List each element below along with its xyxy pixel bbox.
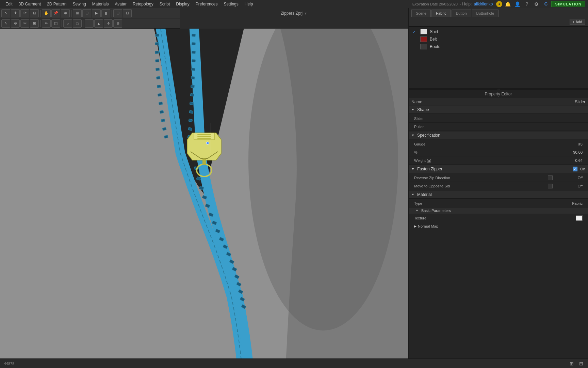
svg-rect-21	[191, 85, 194, 88]
tool-line[interactable]: —	[85, 19, 94, 28]
bell-icon[interactable]: 🔔	[504, 0, 512, 8]
settings-icon[interactable]: ⚙	[532, 0, 540, 8]
tool-simulate[interactable]: ▶	[92, 9, 101, 17]
tool-plus[interactable]: ⊕	[113, 19, 122, 28]
tool-pause[interactable]: ⏸	[101, 9, 110, 17]
tool-display[interactable]: ⊟	[82, 9, 91, 17]
menu-edit[interactable]: Edit	[3, 1, 15, 7]
swatch-shirt	[420, 29, 427, 34]
tool-cut[interactable]: ✂	[20, 19, 29, 28]
coin-icon[interactable]: ●	[496, 1, 502, 7]
tool-grid2[interactable]: ⊟	[123, 9, 132, 17]
section-fasten-label: Fasten Zipper	[417, 167, 442, 171]
section-shape[interactable]: ▼ Shape	[409, 106, 588, 114]
tool-push[interactable]: ⊕	[61, 9, 70, 17]
tool-scale[interactable]: ⊡	[30, 9, 39, 17]
menu-sewing[interactable]: Sewing	[70, 1, 88, 7]
obj-item-shirt[interactable]: ✓ Shirt	[409, 28, 588, 35]
menu-settings[interactable]: Settings	[221, 1, 241, 7]
tool-arrange[interactable]: ⊞	[73, 9, 82, 17]
tool-grab[interactable]: ✋	[42, 9, 51, 17]
menu-3dgarment[interactable]: 3D Garment	[16, 1, 44, 7]
tool-pen[interactable]: ✏	[42, 19, 51, 28]
svg-rect-16	[192, 43, 196, 45]
file-title: Zippers.Zprj ▼	[281, 8, 307, 18]
tool-rotate[interactable]: ⟳	[20, 9, 29, 17]
svg-rect-12	[161, 119, 165, 122]
tool-cross[interactable]: ✛	[104, 19, 113, 28]
section-basic-parameters[interactable]: ▼ Basic Parameters	[409, 208, 588, 214]
menu-2dpattern[interactable]: 2D Pattern	[44, 1, 69, 7]
property-editor-content[interactable]: Name Slider ▼ Shape Slider Puller ▼ Spec…	[409, 98, 588, 368]
texture-swatch[interactable]	[576, 215, 583, 221]
simulation-button[interactable]: SIMULATION	[551, 1, 585, 7]
chevron-down-icon-shape: ▼	[411, 108, 414, 111]
obj-item-belt[interactable]: ✓ Belt	[409, 35, 588, 43]
object-browser-toolbar: + Add	[409, 17, 588, 27]
prop-texture[interactable]: Texture	[409, 214, 588, 222]
prop-gauge[interactable]: Gauge #3	[409, 140, 588, 148]
tab-buttonhole[interactable]: Buttonhole	[472, 10, 499, 17]
menu-script[interactable]: Script	[157, 1, 173, 7]
fasten-checkbox[interactable]: ✓	[573, 167, 577, 171]
check-icon-shirt: ✓	[413, 30, 418, 34]
prop-normal-map[interactable]: ▶ Normal Map	[409, 222, 588, 230]
menu-help[interactable]: Help	[242, 1, 256, 7]
svg-rect-18	[192, 60, 196, 62]
username[interactable]: alikirilenko	[474, 2, 493, 6]
prop-reverse-zip-label: Reverse Zip Direction	[414, 176, 548, 180]
check-icon-belt: ✓	[413, 37, 418, 42]
tab-scene[interactable]: Scene	[411, 10, 431, 17]
viewport[interactable]	[0, 29, 408, 358]
tool-select2[interactable]: ↖	[1, 19, 10, 28]
menu-materials[interactable]: Materials	[89, 1, 112, 7]
reverse-zip-checkbox[interactable]	[548, 175, 553, 180]
tool-eraser[interactable]: ◫	[51, 19, 60, 28]
svg-rect-19	[192, 68, 195, 71]
prop-move-opposite[interactable]: Move to Opposite Sid Off	[409, 182, 588, 190]
object-browser-tabs: Scene Fabric Button Buttonhole	[409, 8, 588, 17]
tool-rect[interactable]: □	[73, 19, 82, 28]
svg-rect-11	[160, 110, 164, 113]
menu-avatar[interactable]: Avatar	[112, 1, 129, 7]
clz-logo: C	[542, 0, 550, 8]
svg-rect-15	[192, 34, 196, 37]
property-editor-header: Property Editor	[409, 90, 588, 98]
file-name: Zippers.Zprj	[281, 11, 303, 16]
tool-pin[interactable]: 📌	[51, 9, 60, 17]
chevron-down-icon-material: ▼	[411, 193, 414, 196]
layout-icon-1[interactable]: ⊞	[568, 359, 576, 368]
tab-button[interactable]: Button	[452, 10, 471, 17]
prop-percent[interactable]: % 90.00	[409, 148, 588, 156]
tool-circle[interactable]: ○	[63, 19, 72, 28]
tool-lasso[interactable]: ⊙	[11, 19, 20, 28]
svg-rect-5	[156, 60, 159, 62]
tool-select[interactable]: ↖	[1, 9, 10, 17]
chevron-down-icon-spec: ▼	[411, 134, 414, 137]
prop-slider[interactable]: Slider	[409, 114, 588, 123]
menu-retopology[interactable]: Retopology	[130, 1, 156, 7]
menu-display[interactable]: Display	[173, 1, 192, 7]
section-fasten-zipper[interactable]: ▼ Fasten Zipper ✓ On	[409, 165, 588, 173]
obj-item-boots[interactable]: ✓ Boots	[409, 43, 588, 50]
tool-arrow[interactable]: ▲	[94, 19, 103, 28]
prop-weight[interactable]: Weight (g) 0.64	[409, 156, 588, 165]
prop-type[interactable]: Type Fabric	[409, 199, 588, 208]
tool-grid[interactable]: ⊞	[113, 9, 122, 17]
tool-fold[interactable]: ⊞	[30, 19, 39, 28]
prop-puller[interactable]: Puller	[409, 123, 588, 131]
prop-reverse-zip[interactable]: Reverse Zip Direction Off	[409, 174, 588, 182]
add-button[interactable]: + Add	[570, 19, 585, 25]
section-material[interactable]: ▼ Material	[409, 191, 588, 199]
svg-rect-22	[190, 93, 194, 96]
tool-move[interactable]: ✛	[11, 9, 20, 17]
status-bar: -44875	[0, 358, 408, 368]
menu-preferences[interactable]: Preferences	[193, 1, 220, 7]
help-icon[interactable]: ?	[523, 0, 531, 8]
move-opposite-checkbox[interactable]	[548, 184, 553, 188]
user-icon[interactable]: 👤	[513, 0, 521, 8]
section-specification[interactable]: ▼ Specification	[409, 132, 588, 139]
svg-rect-2	[156, 34, 159, 37]
tab-fabric[interactable]: Fabric	[431, 10, 451, 17]
layout-icon-2[interactable]: ⊟	[577, 359, 585, 368]
